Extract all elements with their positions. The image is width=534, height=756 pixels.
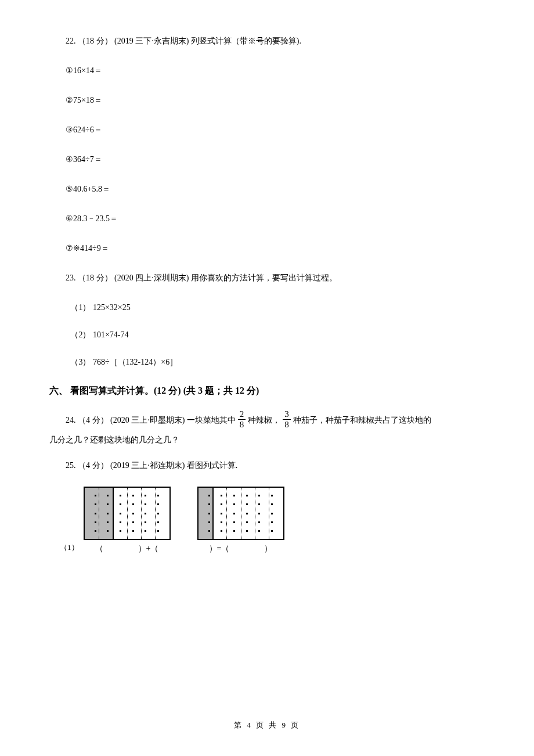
paren-close-plus-open: ）+（: [138, 543, 159, 554]
q25-figure: （1） （ ）+（: [60, 487, 485, 554]
q23-item-1: （1） 125×32×25: [49, 301, 485, 314]
fraction-denominator: 8: [238, 419, 246, 429]
q23-header: 23. （18 分） (2020 四上·深圳期末) 用你喜欢的方法计算，要写出计…: [49, 272, 485, 284]
fraction-3-8: 3 8: [283, 410, 291, 429]
dot-box-right: [197, 487, 284, 540]
q22-item-5: ⑤40.6+5.8＝: [49, 183, 485, 195]
fraction-numerator: 3: [283, 410, 291, 419]
q22-item-4: ④364÷7＝: [49, 153, 485, 165]
fraction-2-8: 2 8: [238, 410, 246, 429]
q24-mid2: 种茄子，种茄子和辣椒共占了这块地的: [293, 413, 431, 429]
paren-close-equals-open: ）=（: [209, 543, 230, 554]
q22-item-6: ⑥28.3﹣23.5＝: [49, 213, 485, 225]
q24-mid1: 种辣椒，: [248, 413, 280, 429]
expr-right: ）=（ ）: [209, 543, 273, 554]
dot-grid: [203, 491, 279, 535]
q22-header: 22. （18 分） (2019 三下·永吉期末) 列竖式计算（带※号的要验算)…: [49, 35, 485, 47]
paren-close: ）: [264, 543, 272, 554]
fraction-denominator: 8: [283, 419, 291, 429]
paren-open: （: [95, 543, 103, 554]
q24-lead: 24. （4 分） (2020 三上·即墨期末) 一块菜地其中: [49, 413, 236, 429]
q24-block: 24. （4 分） (2020 三上·即墨期末) 一块菜地其中 2 8 种辣椒，…: [49, 411, 485, 448]
q22-item-7: ⑦※414÷9＝: [49, 242, 485, 254]
q23-item-2: （2） 101×74-74: [49, 329, 485, 341]
q25-sub-label: （1）: [60, 542, 79, 554]
q23-item-3: （3） 768÷［（132-124）×6］: [49, 356, 485, 368]
q25-header: 25. （4 分） (2019 三上·祁连期末) 看图列式计算.: [49, 459, 485, 471]
figure-left-column: （ ）+（: [84, 487, 171, 554]
dot-box-left: [84, 487, 171, 540]
q22-item-2: ②75×18＝: [49, 94, 485, 106]
q24-line2: 几分之几？还剩这块地的几分之几？: [49, 433, 485, 448]
expr-left: （ ）+（: [95, 543, 159, 554]
page-footer: 第 4 页 共 9 页: [0, 720, 534, 730]
q22-item-3: ③624÷6＝: [49, 124, 485, 136]
fraction-numerator: 2: [238, 410, 246, 419]
section-6-heading: 六、 看图写算式并计算。(12 分) (共 3 题；共 12 分): [49, 383, 485, 398]
figure-right-column: ）=（ ）: [197, 487, 284, 554]
q22-item-1: ①16×14＝: [49, 64, 485, 77]
dot-grid: [89, 491, 165, 535]
